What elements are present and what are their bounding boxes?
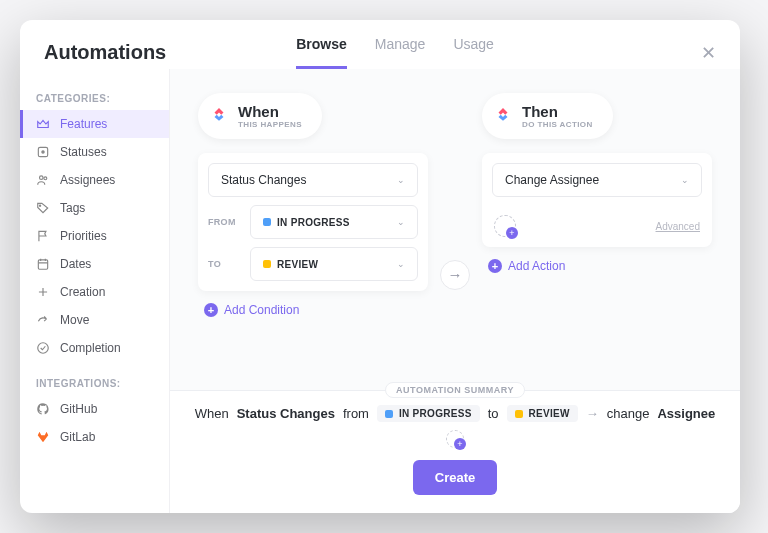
add-action-button[interactable]: + Add Action [482,259,712,273]
when-column: When THIS HAPPENS Status Changes ⌄ FROM [198,93,428,317]
sidebar-item-move[interactable]: Move [20,306,169,334]
tag-icon [36,201,50,215]
from-status-select[interactable]: IN PROGRESS ⌄ [250,205,418,239]
summary-change-word: change [607,406,650,421]
summary-when: When [195,406,229,421]
github-icon [36,402,50,416]
flow-arrow: → [440,260,470,290]
header-tabs: Browse Manage Usage [296,36,494,69]
share-icon [36,313,50,327]
integrations-label: INTEGRATIONS: [20,370,169,395]
sidebar: CATEGORIES: Features Statuses Assignees … [20,69,170,513]
sidebar-item-label: Creation [60,285,105,299]
when-pill: When THIS HAPPENS [198,93,322,139]
then-title: Then [522,103,593,120]
automation-builder: When THIS HAPPENS Status Changes ⌄ FROM [170,69,740,390]
tab-manage[interactable]: Manage [375,36,426,69]
main-area: When THIS HAPPENS Status Changes ⌄ FROM [170,69,740,513]
sidebar-item-features[interactable]: Features [20,110,169,138]
summary-action-target: Assignee [657,406,715,421]
plus-badge-icon: + [454,438,466,450]
calendar-icon [36,257,50,271]
summary-from-status: IN PROGRESS [399,408,472,419]
svg-point-3 [44,177,47,180]
sidebar-item-github[interactable]: GitHub [20,395,169,423]
sidebar-item-assignees[interactable]: Assignees [20,166,169,194]
close-icon[interactable]: ✕ [701,42,716,64]
check-icon [36,341,50,355]
sidebar-item-priorities[interactable]: Priorities [20,222,169,250]
to-row: TO REVIEW ⌄ [208,247,418,281]
arrow-right-icon: → [586,406,599,421]
svg-point-1 [42,151,44,153]
arrow-right-icon: → [440,260,470,290]
to-status-select[interactable]: REVIEW ⌄ [250,247,418,281]
square-icon [36,145,50,159]
people-icon [36,173,50,187]
add-condition-button[interactable]: + Add Condition [198,303,428,317]
to-label: TO [208,259,242,269]
sidebar-item-label: Statuses [60,145,107,159]
summary-label: AUTOMATION SUMMARY [385,382,525,398]
sidebar-item-label: Features [60,117,107,131]
status-color-dot [263,218,271,226]
sidebar-item-statuses[interactable]: Statuses [20,138,169,166]
summary-to-status: REVIEW [529,408,570,419]
svg-point-6 [38,343,49,354]
chevron-down-icon: ⌄ [397,175,405,185]
status-color-dot [515,410,523,418]
flag-icon [36,229,50,243]
then-column: Then DO THIS ACTION Change Assignee ⌄ + [482,93,712,273]
action-value: Change Assignee [505,173,599,187]
to-status-value: REVIEW [277,259,318,270]
svg-rect-5 [38,260,47,269]
svg-point-2 [40,176,44,180]
sidebar-item-gitlab[interactable]: GitLab [20,423,169,451]
status-color-dot [385,410,393,418]
chevron-down-icon: ⌄ [397,217,405,227]
automations-modal: Automations Browse Manage Usage ✕ CATEGO… [20,20,740,513]
assignee-picker[interactable]: + [446,430,464,448]
sidebar-item-label: Completion [60,341,121,355]
plus-circle-icon: + [204,303,218,317]
action-select[interactable]: Change Assignee ⌄ [492,163,702,197]
sidebar-item-dates[interactable]: Dates [20,250,169,278]
modal-title: Automations [44,41,166,64]
from-row: FROM IN PROGRESS ⌄ [208,205,418,239]
sidebar-item-label: Tags [60,201,85,215]
assignee-picker[interactable]: + [494,215,516,237]
tab-usage[interactable]: Usage [453,36,493,69]
categories-label: CATEGORIES: [20,85,169,110]
summary-from-word: from [343,406,369,421]
advanced-link[interactable]: Advanced [656,221,700,232]
sidebar-item-label: Assignees [60,173,115,187]
when-card: Status Changes ⌄ FROM IN PROGRESS ⌄ TO [198,153,428,291]
clickup-logo-icon [494,105,512,127]
plus-circle-icon: + [488,259,502,273]
modal-header: Automations Browse Manage Usage ✕ [20,20,740,69]
create-button[interactable]: Create [413,460,497,495]
chevron-down-icon: ⌄ [681,175,689,185]
sidebar-item-creation[interactable]: Creation [20,278,169,306]
action-detail-row: + Advanced [492,215,702,237]
when-title: When [238,103,302,120]
summary-sentence: When Status Changes from IN PROGRESS to … [190,405,720,448]
summary-to-chip: REVIEW [507,405,578,422]
tab-browse[interactable]: Browse [296,36,347,69]
from-label: FROM [208,217,242,227]
automation-summary: AUTOMATION SUMMARY When Status Changes f… [170,390,740,513]
when-subtitle: THIS HAPPENS [238,120,302,129]
trigger-value: Status Changes [221,173,306,187]
modal-body: CATEGORIES: Features Statuses Assignees … [20,69,740,513]
sidebar-item-label: GitLab [60,430,95,444]
plus-badge-icon: + [506,227,518,239]
summary-from-chip: IN PROGRESS [377,405,480,422]
sidebar-item-completion[interactable]: Completion [20,334,169,362]
svg-point-4 [40,205,41,206]
sidebar-item-tags[interactable]: Tags [20,194,169,222]
sidebar-item-label: Priorities [60,229,107,243]
clickup-logo-icon [210,105,228,127]
trigger-select[interactable]: Status Changes ⌄ [208,163,418,197]
sidebar-item-label: Move [60,313,89,327]
add-condition-label: Add Condition [224,303,299,317]
